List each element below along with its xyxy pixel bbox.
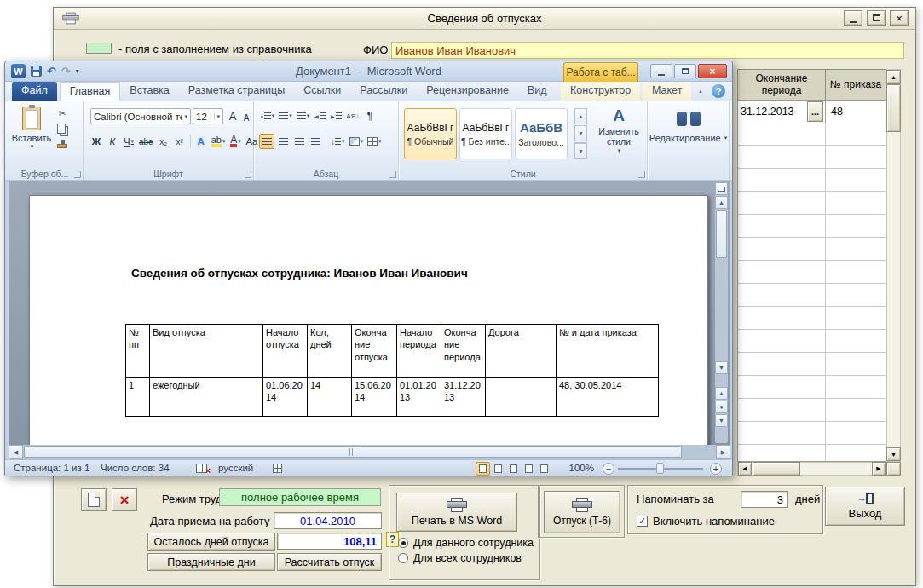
line-spacing-button[interactable]: ↕▾ <box>329 134 347 149</box>
doc-scroll-up-button[interactable]: ▲ <box>715 196 728 209</box>
align-center-button[interactable] <box>275 134 291 149</box>
view-draft-button[interactable] <box>537 462 551 476</box>
document-vertical-scrollbar[interactable]: ▲ ▼ ▲ ● ▼ <box>715 182 728 443</box>
document-heading[interactable]: Сведения об отпусках сотрудника: Иванов … <box>131 267 468 280</box>
table-cell[interactable]: 01.06.20 14 <box>263 378 308 417</box>
tab-insert[interactable]: Вставка <box>120 82 178 101</box>
new-record-button[interactable] <box>81 488 107 511</box>
grid-header-order-number[interactable]: № приказа <box>825 69 886 101</box>
highlight-button[interactable]: ab▾ <box>210 134 228 149</box>
style-heading1[interactable]: АаБбВ Заголово... <box>515 108 568 159</box>
sort-button[interactable]: АЯ↓ <box>344 108 361 124</box>
strikethrough-button[interactable]: abe <box>137 134 155 149</box>
remind-days-field[interactable] <box>741 491 788 508</box>
bullets-button[interactable]: •▾ <box>259 108 276 124</box>
view-print-layout-button[interactable] <box>476 462 490 476</box>
font-name-combo[interactable]: Calibri (Основной тек▾ <box>90 108 191 124</box>
app-maximize-button[interactable] <box>867 10 886 26</box>
styles-scroll-down-button[interactable]: ▼ <box>574 125 587 141</box>
days-left-field[interactable] <box>277 533 382 550</box>
subscript-button[interactable]: x₂ <box>156 134 171 149</box>
table-cell[interactable] <box>486 378 557 417</box>
tab-table-layout[interactable]: Макет <box>643 82 691 101</box>
tab-home[interactable]: Главная <box>60 82 121 101</box>
grid-cell-order-number[interactable]: 48 <box>825 100 886 124</box>
numbering-button[interactable]: ▾ <box>277 108 294 124</box>
table-header-cell[interactable]: Начало отпуска <box>263 325 308 378</box>
radio-current-employee[interactable]: Для данного сотрудника <box>398 537 534 549</box>
clipboard-dialog-launcher[interactable] <box>74 171 81 178</box>
italic-button[interactable]: К <box>105 134 120 149</box>
editing-button[interactable]: Редактирование▾ <box>648 112 729 143</box>
styles-more-button[interactable]: ▼ <box>574 142 587 159</box>
tab-references[interactable]: Ссылки <box>294 82 350 101</box>
table-cell[interactable]: 31.12.20 13 <box>441 378 486 417</box>
enable-reminder-checkbox[interactable]: ✓ Включить напоминание <box>637 515 775 527</box>
superscript-button[interactable]: x² <box>172 134 187 149</box>
radio-all-employees[interactable]: Для всех сотрудников <box>398 552 522 564</box>
table-header-cell[interactable]: Кол, дней <box>308 325 352 378</box>
font-dialog-launcher[interactable] <box>245 171 251 178</box>
table-cell[interactable]: 01.01.20 13 <box>397 378 441 417</box>
view-outline-button[interactable] <box>522 462 536 476</box>
tab-page-layout[interactable]: Разметка страницы <box>179 82 294 101</box>
app-titlebar[interactable]: Сведения об отпусках × <box>54 8 915 30</box>
hire-date-field[interactable] <box>274 512 382 529</box>
table-header-cell[interactable]: Начало периода <box>397 325 441 378</box>
holidays-button[interactable]: Праздничные дни <box>147 553 275 571</box>
tab-view[interactable]: Вид <box>518 82 557 101</box>
bold-button[interactable]: Ж <box>89 134 104 149</box>
grid-horizontal-scrollbar[interactable]: ◀ ▶ <box>737 462 886 476</box>
table-cell[interactable]: 1 <box>126 378 150 417</box>
multilevel-list-button[interactable]: ▾ <box>295 108 312 124</box>
style-no-spacing[interactable]: АаБбВвГг ¶ Без инте... <box>459 108 512 159</box>
view-web-layout-button[interactable] <box>506 462 521 476</box>
vacation-t6-button[interactable]: Отпуск (Т-6) <box>544 491 620 533</box>
shrink-font-button[interactable]: А <box>239 110 254 125</box>
doc-scroll-thumb[interactable] <box>716 210 727 258</box>
browse-next-button[interactable]: ▼ <box>715 414 728 427</box>
doc-scroll-left-button[interactable]: ◀ <box>9 445 23 459</box>
view-fullscreen-button[interactable] <box>491 462 505 476</box>
fio-input[interactable] <box>391 42 904 59</box>
spell-check-icon[interactable]: × <box>196 464 207 473</box>
table-cell[interactable]: 48, 30.05.2014 <box>557 378 659 417</box>
document-horizontal-scrollbar[interactable]: ◀ ▶ <box>9 445 730 459</box>
minimize-ribbon-button[interactable]: ▲ <box>695 85 707 97</box>
increase-indent-button[interactable]: ▶ <box>328 108 343 124</box>
tab-mailings[interactable]: Рассылки <box>350 82 417 101</box>
document-page[interactable]: Сведения об отпусках сотрудника: Иванов … <box>29 195 708 445</box>
app-minimize-button[interactable] <box>844 10 862 26</box>
ruler-toggle-button[interactable] <box>715 182 728 195</box>
grid-scroll-left-button[interactable]: ◀ <box>738 462 752 476</box>
cut-button[interactable]: ✂ <box>55 106 70 121</box>
delete-record-button[interactable]: × <box>112 488 137 511</box>
calculate-vacation-button[interactable]: Рассчитать отпуск <box>277 553 382 571</box>
table-cell[interactable]: ежегодный <box>150 378 263 417</box>
status-word-count[interactable]: Число слов: 34 <box>101 463 170 473</box>
document-table[interactable]: № пп Вид отпуска Начало отпуска Кол, дне… <box>125 324 659 417</box>
word-titlebar[interactable]: W ↶ ↷ ▾ Документ1 - Microsoft Word Работ… <box>5 61 732 82</box>
macro-record-icon[interactable] <box>273 464 282 473</box>
style-normal[interactable]: АаБбВвГг ¶ Обычный <box>404 108 457 159</box>
change-styles-button[interactable]: А Изменить стили ▾ <box>593 107 644 154</box>
format-painter-button[interactable] <box>55 138 70 153</box>
table-cell[interactable]: 14 <box>308 378 352 417</box>
table-header-cell[interactable]: № и дата приказа <box>557 325 659 378</box>
doc-scroll-right-button[interactable]: ▶ <box>716 445 730 459</box>
word-restore-button[interactable] <box>674 64 696 78</box>
styles-dialog-launcher[interactable] <box>638 171 645 178</box>
table-cell[interactable]: 15.06.20 14 <box>352 378 397 417</box>
tab-table-design[interactable]: Конструктор <box>561 82 640 101</box>
show-marks-button[interactable]: ¶ <box>362 108 378 124</box>
app-close-button[interactable]: × <box>890 10 909 26</box>
days-left-label[interactable]: Осталось дней отпуска <box>147 533 275 551</box>
zoom-level[interactable]: 100% <box>569 463 594 473</box>
justify-button[interactable] <box>308 134 323 149</box>
font-size-combo[interactable]: 12▾ <box>193 108 223 124</box>
paste-button[interactable]: Вставить ▾ <box>12 105 51 150</box>
word-minimize-button[interactable] <box>650 64 672 78</box>
browse-select-object-button[interactable]: ● <box>715 401 728 413</box>
align-right-button[interactable] <box>291 134 307 149</box>
print-to-word-button[interactable]: Печать в MS Word <box>396 493 517 532</box>
